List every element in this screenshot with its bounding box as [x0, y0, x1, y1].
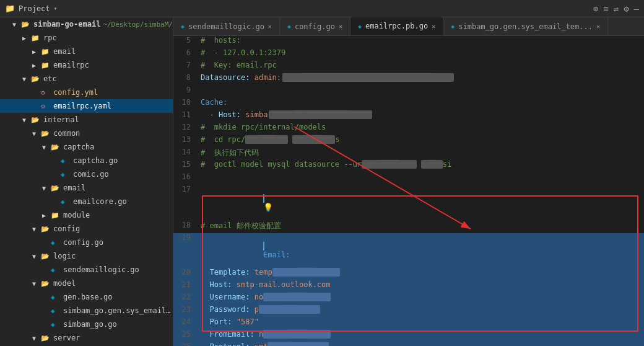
- tree-item-logic[interactable]: ▼ 📂 logic: [0, 249, 173, 263]
- settings-icon[interactable]: ⚙: [624, 4, 629, 14]
- code-line-22: 22 Username: no████: [173, 293, 644, 305]
- code-line-9: 9: [173, 86, 644, 98]
- editor-area: ◈ sendemaillogic.go ✕ ◈ config.go ✕ ◈ em…: [173, 17, 644, 346]
- tree-item-model[interactable]: ▼ 📂 model: [0, 277, 173, 290]
- sync-icon[interactable]: ⇌: [614, 4, 619, 14]
- code-line-18: 18 # email 邮件校验配置: [173, 221, 644, 233]
- tree-item-captcha-go[interactable]: ◈ captcha.go: [0, 154, 173, 167]
- tree-item-internal[interactable]: ▼ 📂 internal: [0, 113, 173, 126]
- code-line-12: 12 # mkdie rpc/internal/models: [173, 123, 644, 135]
- tree-root[interactable]: ▼ 📂 simbam-go-email ~/Desktop/simbaM/sim…: [0, 17, 173, 31]
- editor-tabs: ◈ sendemaillogic.go ✕ ◈ config.go ✕ ◈ em…: [173, 17, 644, 36]
- tree-item-email-rpc[interactable]: ▶ 📁 email: [0, 45, 173, 58]
- code-line-14: 14 # 执行如下代码: [173, 148, 644, 160]
- tree-item-module[interactable]: ▶ 📁 module: [0, 208, 173, 222]
- tree-item-rpc[interactable]: ▶ 📁 rpc: [0, 31, 173, 45]
- tree-item-config-yml[interactable]: ⚙ config.yml: [0, 86, 173, 99]
- tree-item-etc[interactable]: ▼ 📂 etc: [0, 72, 173, 86]
- tab-close-config[interactable]: ✕: [339, 23, 342, 30]
- list-icon[interactable]: ≡: [603, 4, 608, 14]
- code-line-8: 8 Datasource: admin:████████████████████…: [173, 73, 644, 86]
- tree-item-simbam-go[interactable]: ◈ simbam_go.go: [0, 317, 173, 331]
- root-path: ~/Desktop/simbaM/simbam-go-email: [103, 20, 173, 29]
- tree-item-emailrpc-yaml[interactable]: ⚙ emailrpc.yaml: [0, 99, 173, 113]
- code-line-5: 5 # hosts:: [173, 36, 644, 48]
- code-line-25: 25 FromEmail: n████: [173, 330, 644, 342]
- code-line-15: 15 # goctl model mysql datasource --ur██…: [173, 160, 644, 172]
- tab-icon: ◈: [181, 23, 185, 30]
- code-line-23: 23 Password: p████: [173, 305, 644, 317]
- tree-item-comic-go[interactable]: ◈ comic.go: [0, 167, 173, 181]
- tab-sendemaillogic[interactable]: ◈ sendemaillogic.go ✕: [173, 17, 280, 35]
- code-line-17: 17 💡: [173, 185, 644, 221]
- code-table: 5 # hosts: 6 # - 127.0.0.1:2379 7 # Key:…: [173, 36, 644, 346]
- tab-close-sendemaillogic[interactable]: ✕: [268, 23, 272, 30]
- tab-icon3: ◈: [358, 23, 362, 30]
- editor-wrapper: 5 # hosts: 6 # - 127.0.0.1:2379 7 # Key:…: [173, 36, 644, 346]
- tab-config[interactable]: ◈ config.go ✕: [280, 17, 350, 35]
- tree-item-emailcore-go[interactable]: ◈ emailcore.go: [0, 195, 173, 208]
- tree-item-emailrpc[interactable]: ▶ 📁 emailrpc: [0, 58, 173, 72]
- main-layout: ▼ 📂 simbam-go-email ~/Desktop/simbaM/sim…: [0, 17, 644, 346]
- tab-icon4: ◈: [451, 23, 455, 30]
- code-line-16: 16: [173, 172, 644, 185]
- chevron-down-icon: ▾: [54, 5, 58, 12]
- folder-icon: 📁: [5, 4, 15, 13]
- tree-item-simbam-gen-go[interactable]: ◈ simbam_go.gen.sys_email_template.go: [0, 304, 173, 317]
- toolbar: 📁 Project ▾ ⊕ ≡ ⇌ ⚙ —: [0, 0, 644, 17]
- code-scroll[interactable]: 5 # hosts: 6 # - 127.0.0.1:2379 7 # Key:…: [173, 36, 644, 346]
- tab-close-simbam-gen[interactable]: ✕: [596, 23, 600, 30]
- tree-item-sendemaillogic-go[interactable]: ◈ sendemaillogic.go: [0, 263, 173, 277]
- code-line-6: 6 # - 127.0.0.1:2379: [173, 48, 644, 61]
- code-line-7: 7 # Key: email.rpc: [173, 61, 644, 73]
- tree-item-config-go[interactable]: ◈ config.go: [0, 236, 173, 249]
- tree-item-server[interactable]: ▼ 📂 server: [0, 331, 173, 345]
- project-label: Project: [19, 4, 50, 13]
- code-line-19: 19 Email:: [173, 233, 644, 268]
- code-line-26: 26 Protocol: smt████: [173, 342, 644, 346]
- tree-item-gen-base-go[interactable]: ◈ gen.base.go: [0, 290, 173, 304]
- code-line-11: 11 - Host: simba████████████: [173, 110, 644, 123]
- code-line-21: 21 Host: smtp-mail.outlook.com: [173, 280, 644, 293]
- file-tree: ▼ 📂 simbam-go-email ~/Desktop/simbaM/sim…: [0, 17, 173, 346]
- tab-emailrpc-pb[interactable]: ◈ emailrpc.pb.go ✕: [350, 17, 443, 35]
- tab-icon2: ◈: [287, 23, 291, 30]
- tree-item-config-folder[interactable]: ▼ 📂 config: [0, 222, 173, 236]
- tree-item-email-common[interactable]: ▼ 📂 email: [0, 181, 173, 195]
- code-line-10: 10 Cache:: [173, 98, 644, 110]
- tab-close-emailrpc-pb[interactable]: ✕: [432, 23, 435, 30]
- code-line-20: 20 Template: temp████: [173, 268, 644, 280]
- tab-simbam-gen[interactable]: ◈ simbam_go.gen.sys_email_tem... ✕: [443, 17, 608, 35]
- root-label: simbam-go-email: [33, 20, 100, 29]
- code-line-24: 24 Port: "587": [173, 317, 644, 330]
- add-icon[interactable]: ⊕: [593, 4, 598, 14]
- minimize-icon[interactable]: —: [634, 4, 639, 14]
- toolbar-icons: ⊕ ≡ ⇌ ⚙ —: [593, 4, 639, 14]
- code-line-13: 13 # cd rpc/████ ████s: [173, 135, 644, 148]
- bulb-icon: 💡: [263, 203, 273, 212]
- tree-item-common[interactable]: ▼ 📂 common: [0, 126, 173, 140]
- tree-item-captcha[interactable]: ▼ 📂 captcha: [0, 140, 173, 154]
